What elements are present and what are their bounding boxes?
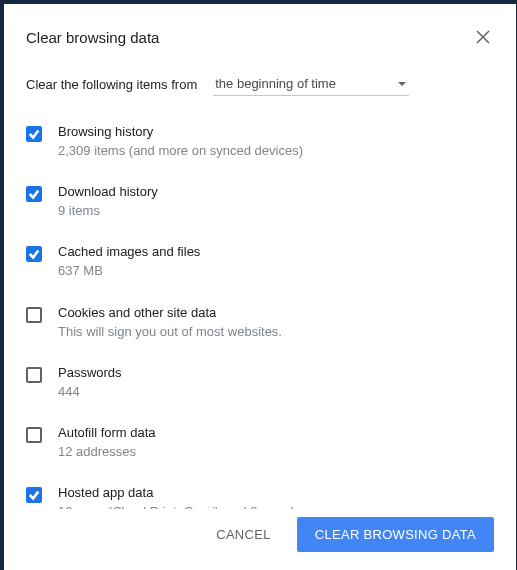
clear-button[interactable]: CLEAR BROWSING DATA bbox=[297, 517, 494, 552]
option-row: Autofill form data12 addresses bbox=[26, 425, 494, 461]
option-row: Download history9 items bbox=[26, 184, 494, 220]
option-title: Download history bbox=[58, 184, 494, 199]
option-text: Hosted app data10 apps (Cloud Print, Gma… bbox=[58, 485, 494, 509]
checkbox-wrap bbox=[26, 425, 42, 443]
option-row: Hosted app data10 apps (Cloud Print, Gma… bbox=[26, 485, 494, 509]
option-text: Browsing history2,309 items (and more on… bbox=[58, 124, 494, 160]
checkbox-wrap bbox=[26, 485, 42, 503]
checkbox[interactable] bbox=[26, 246, 42, 262]
cancel-button[interactable]: CANCEL bbox=[198, 517, 289, 552]
clear-browsing-dialog: Clear browsing data Clear the following … bbox=[4, 4, 516, 570]
option-row: Browsing history2,309 items (and more on… bbox=[26, 124, 494, 160]
option-desc: 637 MB bbox=[58, 262, 494, 280]
close-icon bbox=[476, 30, 490, 44]
checkbox[interactable] bbox=[26, 427, 42, 443]
option-title: Cookies and other site data bbox=[58, 305, 494, 320]
check-icon bbox=[28, 248, 40, 260]
time-range-label: Clear the following items from bbox=[26, 77, 197, 92]
option-text: Download history9 items bbox=[58, 184, 494, 220]
dialog-footer: CANCEL CLEAR BROWSING DATA bbox=[26, 517, 494, 552]
chevron-down-icon bbox=[397, 79, 407, 89]
dialog-title: Clear browsing data bbox=[26, 29, 159, 46]
checkbox[interactable] bbox=[26, 126, 42, 142]
option-desc: This will sign you out of most websites. bbox=[58, 323, 494, 341]
option-title: Autofill form data bbox=[58, 425, 494, 440]
checkbox[interactable] bbox=[26, 487, 42, 503]
option-desc: 10 apps (Cloud Print, Gmail, and 8 more) bbox=[58, 503, 494, 509]
option-title: Hosted app data bbox=[58, 485, 494, 500]
check-icon bbox=[28, 489, 40, 501]
option-desc: 2,309 items (and more on synced devices) bbox=[58, 142, 494, 160]
option-text: Autofill form data12 addresses bbox=[58, 425, 494, 461]
dialog-header: Clear browsing data bbox=[26, 26, 494, 48]
option-title: Passwords bbox=[58, 365, 494, 380]
check-icon bbox=[28, 188, 40, 200]
close-button[interactable] bbox=[472, 26, 494, 48]
option-desc: 444 bbox=[58, 383, 494, 401]
checkbox[interactable] bbox=[26, 307, 42, 323]
checkbox-wrap bbox=[26, 305, 42, 323]
check-icon bbox=[28, 128, 40, 140]
option-desc: 9 items bbox=[58, 202, 494, 220]
checkbox-wrap bbox=[26, 244, 42, 262]
checkbox-wrap bbox=[26, 365, 42, 383]
option-row: Passwords444 bbox=[26, 365, 494, 401]
checkbox-wrap bbox=[26, 184, 42, 202]
options-list: Browsing history2,309 items (and more on… bbox=[26, 124, 494, 509]
checkbox[interactable] bbox=[26, 186, 42, 202]
option-text: Cached images and files637 MB bbox=[58, 244, 494, 280]
option-title: Browsing history bbox=[58, 124, 494, 139]
option-row: Cookies and other site dataThis will sig… bbox=[26, 305, 494, 341]
option-desc: 12 addresses bbox=[58, 443, 494, 461]
time-range-value: the beginning of time bbox=[215, 76, 336, 91]
option-title: Cached images and files bbox=[58, 244, 494, 259]
option-text: Passwords444 bbox=[58, 365, 494, 401]
time-range-select[interactable]: the beginning of time bbox=[213, 72, 409, 96]
checkbox[interactable] bbox=[26, 367, 42, 383]
option-row: Cached images and files637 MB bbox=[26, 244, 494, 280]
checkbox-wrap bbox=[26, 124, 42, 142]
option-text: Cookies and other site dataThis will sig… bbox=[58, 305, 494, 341]
time-range-row: Clear the following items from the begin… bbox=[26, 72, 494, 96]
